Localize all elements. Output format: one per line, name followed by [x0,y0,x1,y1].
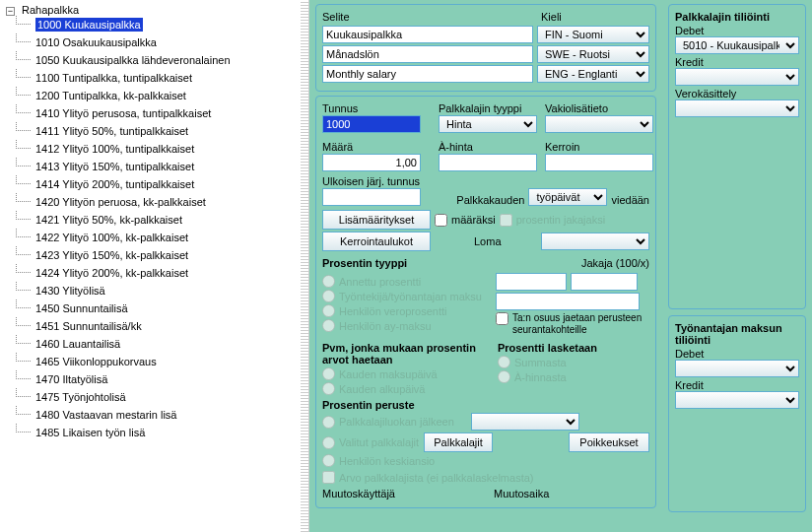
tree-item[interactable]: 1050 Kuukausipalkka lähdeveronalainen [16,51,308,69]
peruste-select[interactable] [471,413,579,431]
prosentti-opt-2 [322,304,335,317]
loma-select[interactable] [541,233,649,250]
right-panel: Palkkalajin tiliöinti Debet 5010 - Kuuka… [662,0,812,532]
tree-item[interactable]: 1413 Ylityö 150%, tuntipalkkaiset [16,158,308,175]
tiliointi-header: Palkkalajin tiliöinti [675,11,799,23]
vero-select[interactable] [675,100,799,117]
tree-item[interactable]: 1200 Tuntipalkka, kk-palkkaiset [16,87,308,104]
palkkakausi-select[interactable]: työpäivät [528,188,607,206]
tree-item[interactable]: 1010 Osakuukausipalkka [16,33,308,51]
tree-item[interactable]: 1421 Ylityö 50%, kk-palkkaiset [16,211,308,229]
peruste-opt-2-label: Henkilön keskiansio [339,455,435,467]
kerroin-input[interactable] [545,154,653,171]
tree-item[interactable]: 1423 Ylityö 150%, kk-palkkaiset [16,246,308,264]
kerroin-label: Kerroin [545,141,653,153]
palkkalajit-button[interactable]: Palkkalajit [424,432,493,452]
tree-panel: − Rahapalkka 1000 Kuukausipalkka1010 Osa… [0,0,309,532]
peruste-opt-0-label: Palkkalajiluokan jälkeen [339,416,467,428]
tree-item[interactable]: 1000 Kuukausipalkka [16,16,308,33]
debet2-label: Debet [675,348,799,360]
kerrointaulukot-button[interactable]: Kerrointaulukot [322,232,431,251]
pl-header: Prosentti lasketaan [498,342,649,354]
maara-input[interactable] [322,154,421,171]
selite-label: Selite [322,11,537,23]
jakaja-input-2[interactable] [571,273,638,291]
tree-item[interactable]: 1410 Ylityö perusosa, tuntipalkkaiset [16,104,308,122]
maaraksi-checkbox[interactable] [435,214,447,227]
tree-item[interactable]: 1411 Ylityö 50%, tuntipalkkaiset [16,122,308,140]
arvo-label: Arvo palkkalajista (ei palkkalaskelmasta… [339,472,533,484]
tree-scroll-gutter[interactable] [301,0,308,532]
taosuus-label: Ta:n osuus jaetaan perusteen seurantakoh… [512,312,649,336]
prosentti-opt-1 [322,290,335,302]
form-panel: Selite Kieli FIN - SuomiSWE - RuotsiENG … [309,0,662,532]
tree-item[interactable]: 1465 Viikonloppukorvaus [16,353,308,370]
tree-item[interactable]: 1412 Ylityö 100%, tuntipalkkaiset [16,140,308,158]
lisamaaritykset-button[interactable]: Lisämääritykset [322,210,431,230]
tree-item[interactable]: 1424 Ylityö 200%, kk-palkkaiset [16,264,308,282]
main-fields-group: Tunnus Palkkalajin tyyppi Hinta Vakiolis… [315,96,656,508]
prosentti-extra-input[interactable] [496,293,640,310]
pl-opt-0 [498,356,510,368]
vakio-select[interactable] [545,115,653,133]
tiliointi-group: Palkkalajin tiliöinti Debet 5010 - Kuuka… [668,4,806,309]
prosentti-header: Prosentin tyyppi [322,257,577,269]
tree-item[interactable]: 1420 Ylityön peruosa, kk-palkkaiset [16,193,308,211]
prosentinjakajaksi-label: prosentin jakajaksi [516,214,606,226]
peruste-header: Prosentin peruste [322,399,649,411]
kieli-select-0[interactable]: FIN - Suomi [537,26,649,43]
kredit-select[interactable] [675,68,799,86]
ahinta-input[interactable] [439,154,537,171]
tunnus-label: Tunnus [322,102,431,114]
tree-item[interactable]: 1100 Tuntipalkka, tuntipalkkaiset [16,69,308,87]
kieli-label: Kieli [541,11,649,23]
tree-item[interactable]: 1414 Ylityö 200%, tuntipalkkaiset [16,175,308,193]
tyonantaja-header: Työnantajan maksun tiliöinti [675,322,799,346]
tyonantaja-group: Työnantajan maksun tiliöinti Debet Kredi… [668,315,806,512]
debet2-select[interactable] [675,360,799,377]
ulk-input[interactable] [322,188,421,206]
palkkakausi-label: Palkkakauden [456,194,524,206]
tunnus-input[interactable] [322,115,421,133]
peruste-opt-1 [322,436,335,449]
tree-item[interactable]: 1430 Ylityölisä [16,282,308,299]
kieli-select-1[interactable]: SWE - Ruotsi [537,45,649,63]
poikkeukset-button[interactable]: Poikkeukset [569,432,649,452]
peruste-opt-2 [322,454,335,467]
ahinta-label: À-hinta [439,141,537,153]
tree-collapse-icon[interactable]: − [6,7,15,16]
tree-root-label: Rahapalkka [22,4,79,16]
taosuus-checkbox[interactable] [496,312,508,325]
jakaja-label: Jakaja (100/x) [581,257,649,269]
peruste-opt-0 [322,416,335,429]
vero-label: Verokäsittely [675,88,799,100]
arvo-checkbox [322,471,335,484]
tree-item[interactable]: 1480 Vastaavan mestarin lisä [16,406,308,424]
tree-item[interactable]: 1475 Työnjohtolisä [16,388,308,406]
prosentti-opt-0 [322,275,335,288]
tree-item[interactable]: 1451 Sunnuntailisä/kk [16,317,308,335]
tree-item[interactable]: 1485 Likaisen työn lisä [16,424,308,441]
kieli-select-2[interactable]: ENG - Englanti [537,65,649,83]
peruste-opt-1-label: Valitut palkkalajit [339,436,420,448]
tree-item[interactable]: 1422 Ylityö 100%, kk-palkkaiset [16,229,308,246]
selite-input-1[interactable] [322,45,533,63]
selite-input-2[interactable] [322,65,533,83]
prosentti-opt-3 [322,319,335,332]
tree-item[interactable]: 1460 Lauantailisä [16,335,308,353]
kredit-label: Kredit [675,56,799,68]
muutosaika-label: Muutosaika [494,488,549,499]
ulk-label: Ulkoisen järj. tunnus [322,175,431,187]
debet-label: Debet [675,25,799,36]
pvm-opt-1 [322,382,335,395]
tree-item[interactable]: 1470 Iltatyölisä [16,370,308,388]
tyyppi-label: Palkkalajin tyyppi [439,102,537,114]
pvm-opt-0 [322,367,335,380]
kredit2-select[interactable] [675,391,799,409]
jakaja-input-1[interactable] [496,273,567,291]
tree-item[interactable]: 1450 Sunnuntailisä [16,299,308,317]
debet-select[interactable]: 5010 - Kuukausipalkat [675,36,799,54]
tyyppi-select[interactable]: Hinta [439,115,537,133]
selite-input-0[interactable] [322,26,533,43]
pl-opt-1 [498,370,510,383]
